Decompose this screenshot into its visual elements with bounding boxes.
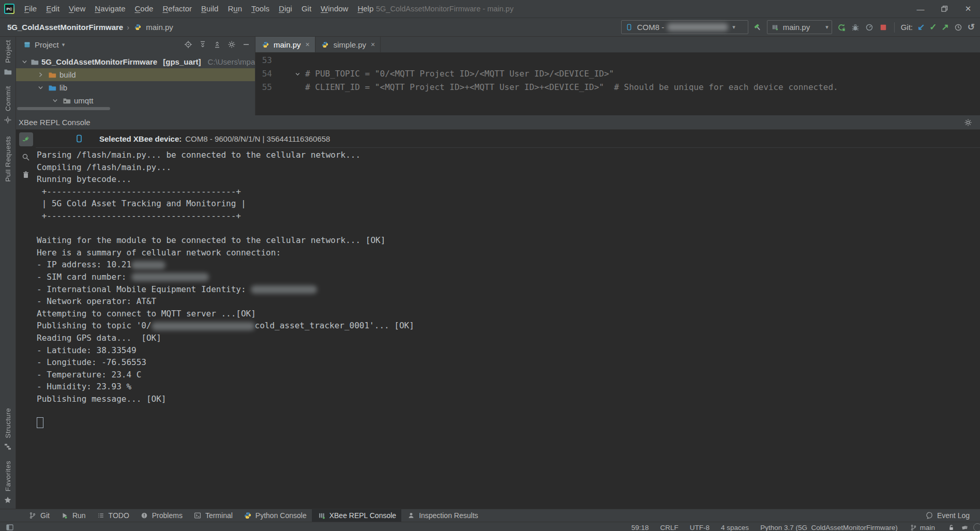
toolwindow-button-inspection-results[interactable]: Inspection Results	[401, 509, 483, 522]
tree-item-build[interactable]: build	[16, 68, 255, 81]
stop-icon[interactable]	[879, 23, 888, 32]
menu-file[interactable]: File	[20, 0, 41, 18]
menu-edit[interactable]: Edit	[41, 0, 64, 18]
commit-icon[interactable]	[3, 115, 12, 125]
toolwindow-button-git[interactable]: Git	[23, 509, 55, 522]
console-line	[37, 222, 980, 235]
tree-item-path: C:\Users\mpark\Do	[208, 57, 255, 66]
fold-arrow-icon[interactable]	[293, 69, 302, 79]
connect-device-button[interactable]	[19, 132, 33, 146]
toolwindow-button-label: TODO	[109, 511, 129, 520]
run-config-selector[interactable]: main.py ▾	[767, 20, 832, 34]
breadcrumb-project[interactable]: 5G_ColdAssetMonitorFirmware	[7, 23, 123, 32]
lock-open-icon[interactable]	[946, 523, 956, 531]
notifications-icon[interactable]	[960, 523, 969, 531]
sidebar-item-favorites[interactable]: Favorites	[4, 461, 12, 491]
interpreter[interactable]: Python 3.7 (5G_ColdAssetMonitorFirmware)	[760, 524, 898, 531]
chevron-down-icon[interactable]	[50, 96, 59, 105]
indent-setting[interactable]: 4 spaces	[721, 524, 749, 531]
menu-code[interactable]: Code	[130, 0, 158, 18]
menu-git[interactable]: Git	[297, 0, 316, 18]
toolwindow-button-xbee-repl-console[interactable]: XBee REPL Console	[312, 509, 401, 522]
profiler-icon[interactable]	[865, 23, 874, 32]
build-hammer-icon[interactable]	[753, 23, 762, 32]
sidebar-item-project[interactable]: Project	[4, 40, 12, 63]
tree-item-5G_ColdAssetMonitorFirmware[interactable]: 5G_ColdAssetMonitorFirmware[gps_uart]C:\…	[16, 55, 255, 68]
file-encoding[interactable]: UTF-8	[690, 524, 710, 531]
toolwindow-button-todo[interactable]: TODO	[91, 509, 134, 522]
git-commit-icon[interactable]: ✓	[929, 23, 937, 32]
menu-window[interactable]: Window	[316, 0, 353, 18]
locate-file-icon[interactable]	[184, 40, 193, 49]
tree-item-lib[interactable]: lib	[16, 81, 255, 94]
horizontal-scrollbar[interactable]	[17, 107, 110, 110]
toolwindow-button-run[interactable]: Run	[55, 509, 91, 522]
run-config-value: main.py	[783, 23, 810, 32]
sidebar-item-commit[interactable]: Commit	[4, 86, 12, 111]
debug-icon[interactable]	[851, 23, 860, 32]
console-output[interactable]: Parsing /flash/main.py... be connected t…	[36, 148, 980, 509]
restore-button[interactable]	[932, 0, 956, 18]
hide-panel-icon[interactable]	[242, 40, 251, 49]
menu-refactor[interactable]: Refactor	[158, 0, 197, 18]
minimize-button[interactable]: —	[909, 0, 932, 18]
console-settings-gear-icon[interactable]	[963, 118, 973, 127]
menu-navigate[interactable]: Navigate	[90, 0, 130, 18]
gutter-line: 55	[255, 81, 305, 94]
toolwindow-button-terminal[interactable]: Terminal	[188, 509, 238, 522]
expand-all-icon[interactable]	[198, 40, 207, 49]
menu-tools[interactable]: Tools	[247, 0, 274, 18]
project-panel-title[interactable]: Project	[35, 40, 59, 49]
console-line: - IP address: 10.21	[37, 259, 980, 271]
sidebar-item-structure[interactable]: Structure	[4, 408, 12, 438]
title-bar: FileEditViewNavigateCodeRefactorBuildRun…	[0, 0, 980, 18]
star-icon[interactable]	[3, 495, 12, 505]
tab-main.py[interactable]: main.py×	[255, 37, 315, 52]
tree-item-label: 5G_ColdAssetMonitorFirmware	[41, 57, 157, 66]
editor-body[interactable]: 535455 # PUB_TOPIC = "0/<MQTT Project ID…	[255, 53, 980, 115]
folder-icon[interactable]	[3, 67, 12, 77]
console-line: Parsing /flash/main.py... be connected t…	[37, 149, 980, 161]
console-line: - Longitude: -76.56553	[37, 356, 980, 369]
line-separator[interactable]: CRLF	[660, 524, 679, 531]
rollback-icon[interactable]: ↺	[968, 23, 975, 32]
chevron-right-icon[interactable]	[36, 70, 45, 80]
close-icon[interactable]: ×	[371, 40, 375, 49]
close-icon[interactable]: ×	[306, 40, 310, 49]
structure-icon[interactable]	[3, 442, 12, 451]
caret-position[interactable]: 59:18	[631, 524, 649, 531]
sidebar-item-pull-requests[interactable]: Pull Requests	[4, 136, 12, 182]
toolwindow-switcher-icon[interactable]	[5, 523, 14, 531]
editor-code[interactable]: # PUB_TOPIC = "0/<MQTT Project ID>/<MQTT…	[305, 54, 980, 115]
console-line: - International Mobile Equipment Identit…	[37, 283, 980, 296]
breadcrumb-file[interactable]: main.py	[146, 23, 173, 32]
toolwindow-button-label: Git	[40, 511, 50, 520]
event-log-button[interactable]: Event Log	[919, 511, 975, 520]
collapse-all-icon[interactable]	[213, 40, 222, 49]
tree-item-umqtt[interactable]: umqtt	[16, 94, 255, 107]
chevron-down-icon[interactable]	[36, 83, 45, 93]
toolwindow-button-problems[interactable]: Problems	[134, 509, 188, 522]
toolwindow-button-python-console[interactable]: Python Console	[238, 509, 312, 522]
menu-digi[interactable]: Digi	[274, 0, 297, 18]
menu-view[interactable]: View	[64, 0, 90, 18]
plug-icon	[21, 135, 31, 144]
git-branch-widget[interactable]: main	[909, 523, 935, 531]
device-selector[interactable]: COM8 - ▾	[621, 20, 748, 34]
git-update-icon[interactable]: ↙	[917, 23, 925, 32]
clear-console-button[interactable]	[19, 168, 33, 181]
menu-help[interactable]: Help	[353, 0, 378, 18]
tab-simple.py[interactable]: simple.py×	[315, 37, 381, 52]
gear-icon[interactable]	[227, 40, 236, 49]
project-panel: Project ▾ 5G_ColdAssetMonitorFirmware[gp…	[16, 37, 255, 115]
git-push-icon[interactable]: ↗	[942, 23, 949, 32]
console-header: XBee REPL Console	[16, 115, 980, 130]
menu-run[interactable]: Run	[223, 0, 247, 18]
rerun-icon[interactable]	[837, 23, 846, 32]
history-clock-icon[interactable]	[954, 23, 963, 32]
chevron-down-icon[interactable]	[21, 57, 28, 67]
line-number: 54	[255, 67, 272, 81]
menu-build[interactable]: Build	[197, 0, 223, 18]
close-button[interactable]: ✕	[956, 0, 980, 18]
search-console-button[interactable]	[19, 150, 33, 164]
